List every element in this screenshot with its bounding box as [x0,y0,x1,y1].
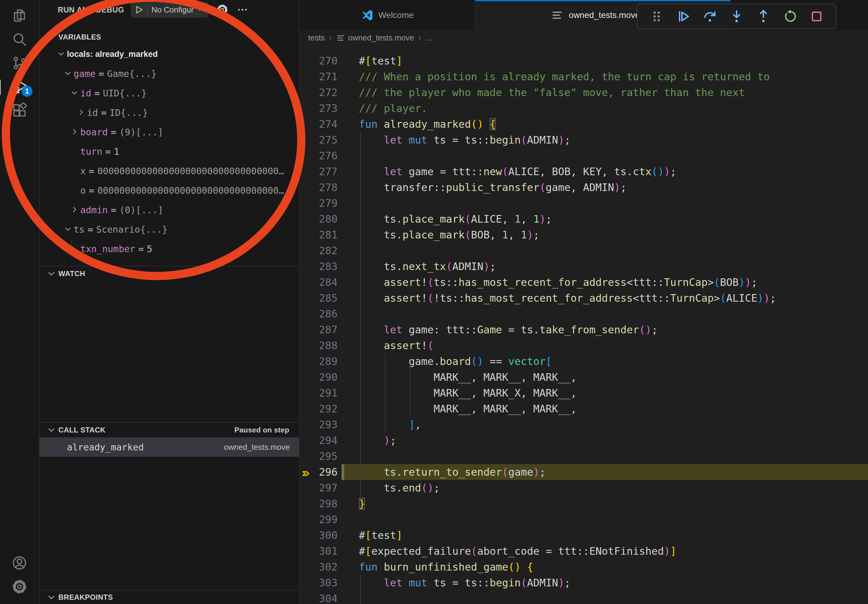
code-line[interactable]: 283 ts.next_tx(ADMIN); [299,259,868,274]
line-number[interactable]: 276 [299,148,338,164]
code-line[interactable]: 287 let game: ttt::Game = ts.take_from_s… [299,322,868,338]
code-line[interactable]: 295 [299,448,868,464]
line-number[interactable]: 295 [299,448,338,464]
line-number[interactable]: 302 [299,559,338,575]
activity-item-settings[interactable] [0,575,39,599]
step-into-button[interactable] [727,6,747,26]
restart-button[interactable] [780,6,800,26]
gear-icon[interactable] [216,4,228,16]
activity-item-search[interactable] [0,28,39,52]
line-number[interactable]: 298 [299,496,338,511]
line-number[interactable]: 274 [299,116,338,132]
code-line[interactable]: 276 [299,148,868,164]
tab-welcome[interactable]: Welcome [299,0,475,30]
variable-row-board[interactable]: board=(9)[...] [40,122,299,142]
line-number[interactable]: 303 [299,575,338,591]
activity-item-account[interactable] [0,552,39,575]
code-line[interactable]: 270#[test] [299,53,868,69]
code-line[interactable]: 303 let mut ts = ts::begin(ADMIN); [299,575,868,591]
line-number[interactable]: 286 [299,306,338,322]
line-number[interactable]: 288 [299,338,338,353]
step-over-button[interactable] [700,6,720,26]
code-line[interactable]: 297 ts.end(); [299,480,868,496]
code-line[interactable]: 301#[expected_failure(abort_code = ttt::… [299,543,868,559]
call-stack-frame[interactable]: already_marked owned_tests.move [40,437,299,457]
line-number[interactable]: 293 [299,417,338,432]
step-out-button[interactable] [753,6,773,26]
code-line-current[interactable]: 296 ts.return_to_sender(game); [299,464,868,480]
code-line[interactable]: 288 assert!( [299,338,868,353]
code-line[interactable]: 294 ); [299,432,868,448]
line-number[interactable]: 272 [299,85,338,101]
code-editor[interactable]: 270#[test]271/// When a position is alre… [299,45,868,604]
chevron-right-icon[interactable] [70,204,80,216]
chevron-down-icon[interactable] [57,48,67,60]
breadcrumb-item[interactable]: tests [308,33,325,43]
code-line[interactable]: 299 [299,511,868,527]
chevron-right-icon[interactable] [77,107,87,119]
line-number[interactable]: 297 [299,480,338,496]
line-number[interactable]: 279 [299,195,338,211]
line-number[interactable]: 289 [299,353,338,369]
code-line[interactable]: 277 let game = ttt::new(ALICE, BOB, KEY,… [299,164,868,180]
code-line[interactable]: 273/// player. [299,101,868,116]
ellipsis-icon[interactable] [236,4,248,16]
code-line[interactable]: 286 [299,306,868,322]
line-number[interactable]: 290 [299,369,338,385]
code-line[interactable]: 272/// the player who made the "false" m… [299,85,868,101]
variables-section-header[interactable]: VARIABLES [40,30,299,44]
variable-row-id[interactable]: id=UID{...} [40,83,299,103]
code-line[interactable]: 278 transfer::public_transfer(game, ADMI… [299,180,868,195]
variable-row-ts[interactable]: ts=Scenario{...} [40,220,299,239]
variable-row-admin[interactable]: admin=(0)[...] [40,200,299,220]
line-number[interactable]: 300 [299,527,338,543]
line-number[interactable]: 283 [299,259,338,274]
drag-handle-icon[interactable] [646,6,666,26]
line-number[interactable]: 301 [299,543,338,559]
line-number[interactable]: 291 [299,385,338,401]
code-line[interactable]: 280 ts.place_mark(ALICE, 1, 1); [299,211,868,227]
variable-row-game[interactable]: game=Game{...} [40,64,299,83]
code-line[interactable]: 274fun already_marked() { [299,116,868,132]
line-number[interactable]: 271 [299,69,338,85]
continue-button[interactable] [673,6,693,26]
line-number[interactable]: 284 [299,274,338,290]
code-line[interactable]: 279 [299,195,868,211]
watch-section-header[interactable]: WATCH [40,266,299,281]
code-line[interactable]: 281 ts.place_mark(BOB, 1, 1); [299,227,868,243]
breakpoints-section-header[interactable]: BREAKPOINTS [40,591,299,604]
activity-item-run-debug[interactable]: 1 [0,76,39,99]
code-line[interactable]: 275 let mut ts = ts::begin(ADMIN); [299,132,868,148]
chevron-down-icon[interactable] [63,223,74,236]
code-line[interactable]: 302fun burn_unfinished_game() { [299,559,868,575]
code-line[interactable]: 271/// When a position is already marked… [299,69,868,85]
variable-row-id[interactable]: id=ID{...} [40,103,299,122]
breadcrumb-item[interactable]: owned_tests.move [336,33,414,43]
variable-row-turn[interactable]: turn=1 [40,142,299,161]
line-number[interactable]: 273 [299,101,338,116]
variable-row-x[interactable]: x=000000000000000000000000000000000… [40,161,299,181]
line-number[interactable]: 282 [299,243,338,259]
line-number[interactable]: 275 [299,132,338,148]
start-debugging-icon[interactable] [134,5,144,15]
line-number[interactable]: 277 [299,164,338,180]
line-number[interactable]: 292 [299,401,338,417]
variable-row-txn_number[interactable]: txn_number=5 [40,239,299,259]
line-number[interactable]: 280 [299,211,338,227]
breadcrumb-item[interactable]: … [425,33,433,43]
chevron-down-icon[interactable] [63,68,74,80]
code-line[interactable]: 300#[test] [299,527,868,543]
debug-config-dropdown[interactable]: No Configur [131,2,208,18]
line-number[interactable]: 299 [299,511,338,527]
line-number[interactable]: 294 [299,432,338,448]
line-number[interactable]: 287 [299,322,338,338]
variables-scope-row[interactable]: locals: already_marked [40,44,299,64]
chevron-right-icon[interactable] [70,126,80,138]
code-line[interactable]: 284 assert!(ts::has_most_recent_for_addr… [299,274,868,290]
code-line[interactable]: 304 [299,591,868,604]
call-stack-section-header[interactable]: CALL STACK Paused on step [40,423,299,437]
code-line[interactable]: 282 [299,243,868,259]
stop-button[interactable] [806,6,827,26]
line-number[interactable]: 281 [299,227,338,243]
variable-row-o[interactable]: o=000000000000000000000000000000000… [40,181,299,200]
